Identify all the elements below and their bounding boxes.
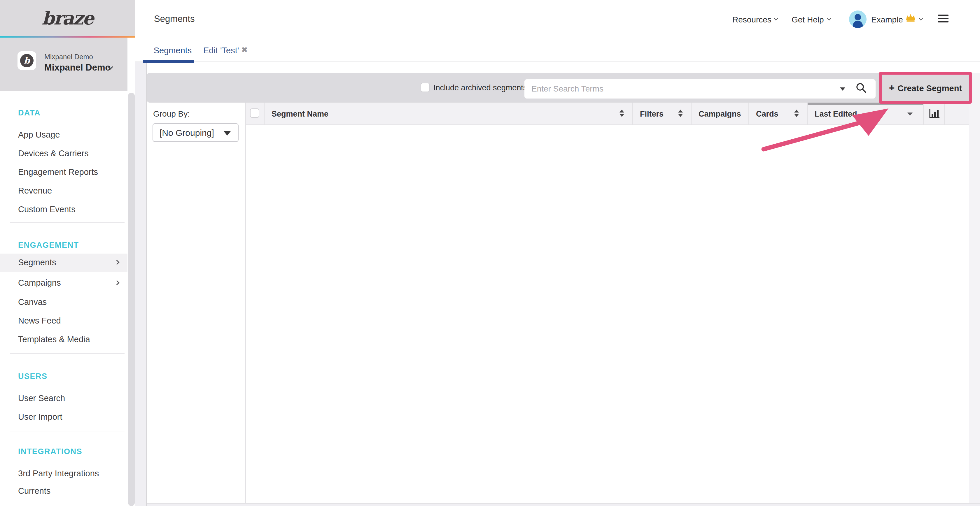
- sidebar-item-segments[interactable]: Segments: [0, 254, 127, 272]
- column-spacer: [944, 103, 969, 125]
- tab-edit-test[interactable]: Edit 'Test': [203, 46, 239, 56]
- sort-icon[interactable]: [678, 109, 683, 117]
- column-campaigns[interactable]: Campaigns: [691, 103, 748, 125]
- crown-icon: [905, 13, 916, 23]
- content-gutter: [135, 62, 147, 506]
- close-tab-icon[interactable]: ✖: [241, 45, 248, 54]
- braze-logo: braze: [0, 8, 135, 29]
- tab-segments[interactable]: Segments: [147, 46, 198, 56]
- select-all-cell: [246, 103, 264, 125]
- workspace-label: Mixpanel Demo: [45, 53, 93, 61]
- column-segment-name[interactable]: Segment Name: [264, 103, 632, 125]
- sidebar-item-user-import[interactable]: User Import: [0, 409, 127, 425]
- top-bar: Segments Resources Get Help Example: [135, 0, 980, 40]
- content-bottom-gutter: [147, 504, 980, 506]
- sidebar-item-app-usage[interactable]: App Usage: [0, 127, 127, 143]
- sidebar-item-3rd-party-integrations[interactable]: 3rd Party Integrations: [0, 466, 127, 482]
- group-by-select[interactable]: [No Grouping]: [153, 123, 239, 142]
- select-all-checkbox[interactable]: [250, 108, 259, 118]
- page-scrollbar-track[interactable]: [969, 73, 980, 506]
- include-archived-label: Include archived segments: [433, 83, 527, 92]
- get-help-menu[interactable]: Get Help: [792, 15, 824, 24]
- search-icon[interactable]: [856, 82, 867, 95]
- section-title-engagement: ENGAGEMENT: [18, 241, 79, 250]
- workspace-monogram: b: [20, 54, 33, 67]
- sidebar-item-user-search[interactable]: User Search: [0, 390, 127, 407]
- column-filters[interactable]: Filters: [632, 103, 691, 125]
- sidebar: braze b Mixpanel Demo Mixpanel Demo DATA…: [0, 0, 135, 506]
- section-title-data: DATA: [18, 108, 41, 117]
- sidebar-item-canvas[interactable]: Canvas: [0, 294, 127, 311]
- annotation-highlight-box: [879, 72, 972, 104]
- tab-bar: Segments Edit 'Test' ✖: [135, 40, 980, 62]
- dropdown-caret-icon: [223, 131, 231, 136]
- sidebar-scrollbar[interactable]: [128, 93, 135, 506]
- divider: [10, 353, 124, 354]
- chevron-down-icon: [827, 16, 831, 21]
- annotation-arrow: [747, 99, 910, 169]
- sidebar-item-campaigns[interactable]: Campaigns: [0, 275, 127, 292]
- sidebar-item-custom-events[interactable]: Custom Events: [0, 202, 127, 218]
- user-menu[interactable]: Example: [871, 15, 903, 24]
- chevron-down-icon: [774, 16, 778, 21]
- segments-toolbar: Include archived segments +Create Segmen…: [147, 73, 969, 103]
- page-title: Segments: [154, 14, 195, 24]
- chevron-right-icon: [115, 260, 119, 265]
- resources-menu[interactable]: Resources: [732, 15, 772, 24]
- workspace-name: Mixpanel Demo: [45, 62, 111, 73]
- chevron-down-icon: [919, 16, 923, 21]
- group-by-label: Group By:: [153, 109, 190, 119]
- search-dropdown-caret-icon[interactable]: [840, 87, 845, 90]
- hamburger-menu-icon[interactable]: [938, 14, 948, 24]
- sidebar-item-revenue[interactable]: Revenue: [0, 183, 127, 199]
- chevron-right-icon: [115, 281, 119, 286]
- active-tab-underline: [143, 60, 194, 63]
- section-title-users: USERS: [18, 372, 48, 381]
- group-by-panel: Group By: [No Grouping]: [147, 103, 246, 503]
- group-by-value: [No Grouping]: [159, 128, 214, 138]
- sidebar-item-devices-carriers[interactable]: Devices & Carriers: [0, 146, 127, 162]
- section-title-integrations: INTEGRATIONS: [18, 447, 82, 456]
- workspace-avatar: b: [18, 51, 36, 70]
- user-avatar[interactable]: [849, 11, 867, 28]
- sidebar-item-news-feed[interactable]: News Feed: [0, 313, 127, 329]
- sidebar-item-templates-media[interactable]: Templates & Media: [0, 332, 127, 348]
- sidebar-item-engagement-reports[interactable]: Engagement Reports: [0, 164, 127, 181]
- bar-chart-icon: [928, 108, 940, 121]
- brand-header: braze: [0, 0, 135, 36]
- divider: [10, 431, 124, 431]
- column-analytics[interactable]: [923, 103, 944, 125]
- search-input[interactable]: [524, 79, 876, 98]
- workspace-switcher[interactable]: b Mixpanel Demo Mixpanel Demo: [0, 38, 127, 91]
- sidebar-item-currents[interactable]: Currents: [0, 483, 127, 500]
- divider: [10, 222, 124, 223]
- sort-icon[interactable]: [619, 109, 624, 117]
- include-archived-checkbox[interactable]: [421, 83, 430, 92]
